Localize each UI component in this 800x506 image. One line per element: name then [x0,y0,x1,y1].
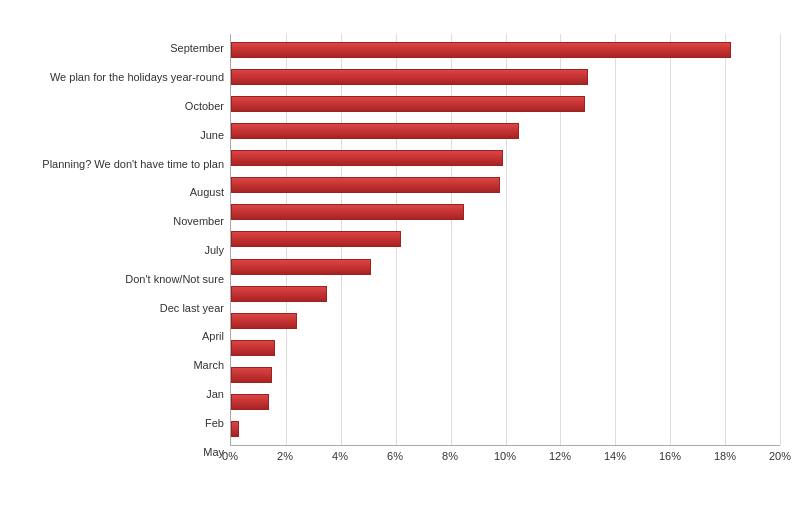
bar [231,286,327,302]
chart-area: SeptemberWe plan for the holidays year-r… [20,34,780,466]
bar-row [231,338,780,358]
x-axis-label: 4% [332,450,348,462]
y-label: Jan [206,384,224,404]
bar [231,204,464,220]
bar [231,69,588,85]
y-label: September [170,38,224,58]
bar-row [231,365,780,385]
bar-row [231,257,780,277]
bar [231,123,519,139]
bar [231,394,269,410]
x-axis-label: 2% [277,450,293,462]
x-axis-label: 18% [714,450,736,462]
bar [231,340,275,356]
y-label: April [202,326,224,346]
x-axis-label: 8% [442,450,458,462]
bar [231,150,503,166]
bar-row [231,229,780,249]
bar-row [231,175,780,195]
bar [231,177,500,193]
bar-row [231,148,780,168]
bar [231,231,401,247]
bar [231,96,585,112]
bar-row [231,202,780,222]
bar [231,259,371,275]
y-label: We plan for the holidays year-round [50,67,224,87]
y-label: Don't know/Not sure [125,269,224,289]
bar [231,367,272,383]
y-label: Planning? We don't have time to plan [42,154,224,174]
x-axis-label: 14% [604,450,626,462]
x-axis-label: 10% [494,450,516,462]
x-axis-label: 20% [769,450,791,462]
bar-row [231,392,780,412]
bar-row [231,419,780,439]
y-label: May [203,442,224,462]
bar [231,421,239,437]
bar-row [231,67,780,87]
chart-container: SeptemberWe plan for the holidays year-r… [0,0,800,506]
x-axis: 0%2%4%6%8%10%12%14%16%18%20% [230,446,780,466]
y-label: August [190,182,224,202]
bar-row [231,40,780,60]
y-label: November [173,211,224,231]
x-axis-label: 16% [659,450,681,462]
x-axis-label: 6% [387,450,403,462]
bars-wrapper [231,34,780,445]
bar-row [231,311,780,331]
y-label: March [193,355,224,375]
bars-section [230,34,780,446]
bar-row [231,121,780,141]
bar-row [231,284,780,304]
y-label: October [185,96,224,116]
y-label: Feb [205,413,224,433]
y-axis-labels: SeptemberWe plan for the holidays year-r… [20,34,230,466]
y-label: Dec last year [160,298,224,318]
y-label: July [204,240,224,260]
x-axis-label: 12% [549,450,571,462]
bar [231,313,297,329]
grid-line [780,34,781,445]
bar-row [231,94,780,114]
bar [231,42,731,58]
y-label: June [200,125,224,145]
bars-and-x: 0%2%4%6%8%10%12%14%16%18%20% [230,34,780,466]
x-axis-label: 0% [222,450,238,462]
